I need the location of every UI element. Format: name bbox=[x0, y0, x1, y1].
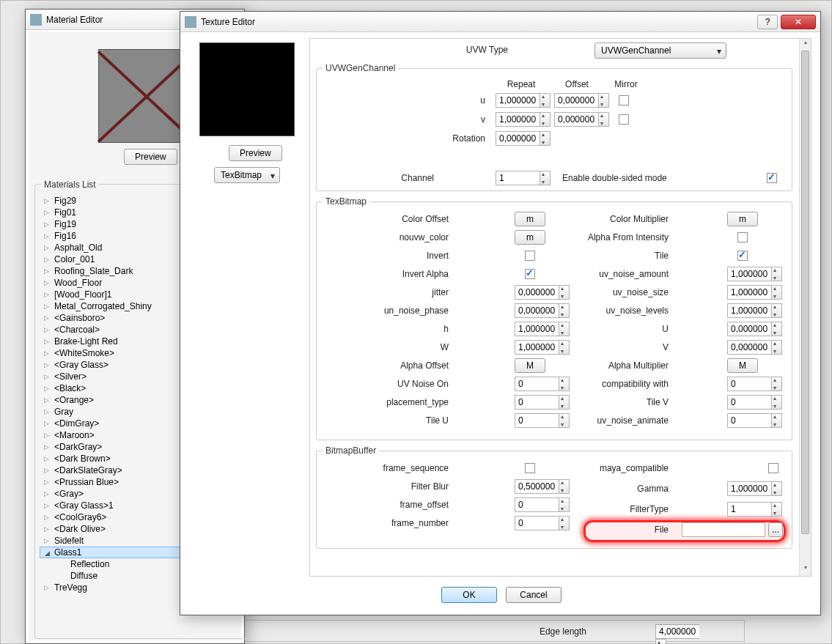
nouvw_color-label: nouvw_color bbox=[361, 232, 449, 243]
tile-checkbox[interactable] bbox=[737, 251, 748, 261]
uv_noise_size-label: uv_noise_size bbox=[581, 287, 669, 297]
h-input[interactable] bbox=[515, 322, 570, 336]
uv_noise_size-input[interactable] bbox=[727, 285, 783, 300]
uvw-type-label: UVW Type bbox=[420, 45, 508, 55]
filter_type-input[interactable] bbox=[727, 502, 783, 517]
alpha_offset-map-button[interactable]: M bbox=[515, 358, 545, 373]
uvw-group: UVWGenChannel Repeat Offset Mirror u v R… bbox=[316, 68, 792, 191]
uv_noise_animate-input[interactable] bbox=[727, 413, 783, 428]
right-panel-scrollbar[interactable] bbox=[799, 39, 811, 576]
invert_alpha-label: Invert Alpha bbox=[361, 269, 449, 279]
u-mirror-checkbox[interactable] bbox=[619, 95, 629, 106]
bitmap-group: BitmapBuffer frame_sequenceFilter Blurfr… bbox=[316, 451, 792, 549]
uv_noise_amount-label: uv_noise_amount bbox=[581, 269, 669, 279]
texture-editor-title: Texture Editor bbox=[201, 12, 255, 32]
offset-header: Offset bbox=[559, 79, 595, 89]
nouvw_color-map-button[interactable]: m bbox=[515, 230, 545, 245]
doublesided-checkbox[interactable] bbox=[767, 173, 777, 183]
close-button[interactable]: ✕ bbox=[781, 15, 816, 29]
texbitmap-group: TexBitmap Color Offsetmnouvw_colormInver… bbox=[316, 201, 792, 440]
filter_blur-label: Filter Blur bbox=[361, 481, 449, 492]
invert_alpha-checkbox[interactable] bbox=[525, 269, 535, 279]
uv_noise_animate-label: uv_noise_animate bbox=[581, 415, 669, 426]
un_noise_phase-label: un_noise_phase bbox=[361, 306, 449, 316]
tile_u-input[interactable] bbox=[515, 413, 570, 428]
material-preview-button[interactable]: Preview bbox=[124, 149, 177, 165]
texture-preview bbox=[199, 42, 295, 136]
frame_number-input[interactable] bbox=[515, 516, 570, 530]
texture-editor-window: Texture Editor ? ✕ Preview TexBitmap UVW… bbox=[180, 11, 821, 615]
rotation-label: Rotation bbox=[441, 133, 485, 144]
ok-button[interactable]: OK bbox=[441, 587, 497, 603]
gamma-label: Gamma bbox=[581, 484, 669, 494]
cancel-button[interactable]: Cancel bbox=[506, 587, 562, 603]
uv_noise_levels-label: uv_noise_levels bbox=[581, 306, 669, 316]
doublesided-label: Enable double-sided mode bbox=[562, 173, 680, 183]
tile_v-input[interactable] bbox=[727, 395, 783, 410]
u-input[interactable] bbox=[727, 322, 783, 336]
u-label: U bbox=[581, 324, 669, 334]
file-browse-button[interactable]: ... bbox=[768, 522, 783, 537]
help-button[interactable]: ? bbox=[757, 15, 778, 29]
compat-input[interactable] bbox=[727, 377, 783, 391]
frame_offset-input[interactable] bbox=[515, 497, 570, 512]
w-input[interactable] bbox=[515, 340, 570, 355]
un_noise_phase-input[interactable] bbox=[515, 303, 570, 318]
v-mirror-checkbox[interactable] bbox=[619, 114, 629, 125]
mirror-header: Mirror bbox=[611, 79, 641, 89]
channel-label: Channel bbox=[375, 173, 434, 183]
filter_type-label: FilterType bbox=[581, 504, 669, 514]
maya_compatible-label: maya_compatible bbox=[581, 463, 669, 473]
placement_type-input[interactable] bbox=[515, 395, 570, 410]
tile_u-label: Tile U bbox=[361, 415, 449, 426]
alpha_from_int-label: Alpha From Intensity bbox=[581, 232, 669, 243]
w-label: W bbox=[361, 342, 449, 352]
u-repeat-input[interactable] bbox=[496, 93, 551, 108]
maya_compatible-checkbox[interactable] bbox=[768, 463, 778, 473]
alpha_offset-label: Alpha Offset bbox=[361, 360, 449, 371]
v-label: v bbox=[463, 114, 485, 125]
bg-edge-length-label: Edge length bbox=[528, 626, 586, 637]
color_mult-label: Color Multiplier bbox=[581, 214, 669, 224]
v-repeat-input[interactable] bbox=[496, 112, 551, 127]
materials-list-title: Materials List bbox=[41, 179, 99, 190]
compat-label: compatibility with bbox=[581, 379, 669, 389]
uvw-type-combo[interactable]: UVWGenChannel bbox=[594, 42, 726, 59]
alpha_from_int-checkbox[interactable] bbox=[737, 232, 748, 243]
u-label: u bbox=[463, 95, 485, 106]
rotation-input[interactable] bbox=[496, 131, 551, 146]
tile_v-label: Tile V bbox=[581, 397, 669, 407]
frame_number-label: frame_number bbox=[361, 518, 449, 528]
uv_noise_on-input[interactable] bbox=[515, 377, 570, 391]
uvw-group-legend: UVWGenChannel bbox=[323, 63, 398, 73]
frame_sequence-checkbox[interactable] bbox=[525, 463, 535, 473]
alpha_mult-label: Alpha Multiplier bbox=[581, 360, 669, 371]
file-input[interactable] bbox=[682, 522, 765, 537]
color_offset-label: Color Offset bbox=[361, 214, 449, 224]
jitter-input[interactable] bbox=[515, 285, 570, 300]
channel-input[interactable] bbox=[496, 171, 551, 185]
frame_offset-label: frame_offset bbox=[361, 500, 449, 510]
u-offset-input[interactable] bbox=[554, 93, 610, 108]
texture-preview-button[interactable]: Preview bbox=[229, 145, 282, 161]
placement_type-label: placement_type bbox=[361, 397, 449, 407]
uv_noise_on-label: UV Noise On bbox=[361, 379, 449, 389]
filter_blur-input[interactable] bbox=[515, 479, 570, 494]
app-icon bbox=[185, 16, 196, 28]
texture-type-combo[interactable]: TexBitmap bbox=[214, 167, 280, 183]
v-input[interactable] bbox=[727, 340, 783, 355]
uv_noise_amount-input[interactable] bbox=[727, 267, 783, 281]
repeat-header: Repeat bbox=[503, 79, 540, 89]
invert-checkbox[interactable] bbox=[525, 251, 535, 261]
color_offset-map-button[interactable]: m bbox=[515, 212, 545, 226]
v-label: V bbox=[581, 342, 669, 352]
gamma-input[interactable] bbox=[727, 481, 783, 496]
v-offset-input[interactable] bbox=[554, 112, 610, 127]
bg-edge-length-input[interactable] bbox=[655, 624, 711, 639]
color_mult-map-button[interactable]: m bbox=[727, 212, 758, 226]
material-editor-title: Material Editor bbox=[46, 10, 103, 30]
texbitmap-legend: TexBitmap bbox=[323, 196, 369, 207]
file-label: File bbox=[581, 525, 669, 535]
alpha_mult-map-button[interactable]: M bbox=[727, 358, 758, 373]
uv_noise_levels-input[interactable] bbox=[727, 303, 783, 318]
